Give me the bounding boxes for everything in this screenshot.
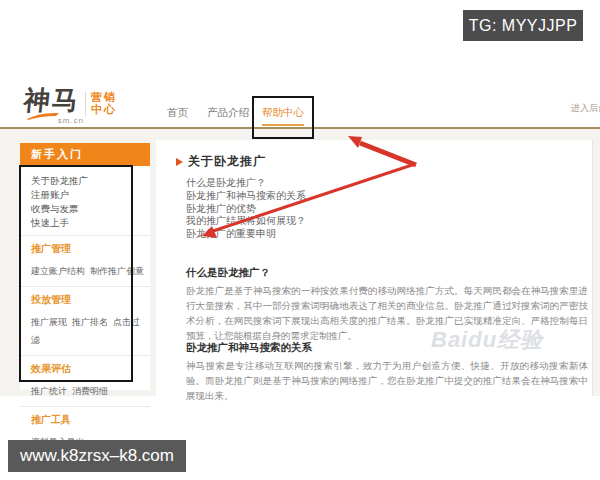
section-heading-relationship: 卧龙推广和神马搜索的关系	[186, 341, 312, 355]
help-link-important-statement[interactable]: 卧龙推广的重要申明	[186, 228, 306, 241]
url-watermark-badge: www.k8zrsx–k8.com	[8, 440, 186, 472]
marketing-center-line2: 中心	[91, 103, 117, 115]
triangle-bullet-icon	[176, 158, 183, 166]
shenma-logo[interactable]: 神马 sm.cn	[24, 87, 84, 125]
logo-swoosh-icon	[26, 111, 60, 121]
marketing-center-label: 营销 中心	[91, 91, 117, 115]
sidebar-section-title[interactable]: 推广工具	[31, 413, 150, 427]
main-title-row: 关于卧龙推广	[176, 153, 266, 170]
highlight-box-sidebar	[19, 165, 133, 382]
sidebar-sublink[interactable]: 消费明细	[72, 386, 108, 396]
help-topic-list: 什么是卧龙推广？ 卧龙推广和神马搜索的关系 卧龙推广的优势 我的推广结果将如何展…	[186, 177, 306, 241]
tg-watermark-badge: TG: MYYJJPP	[463, 10, 583, 41]
highlight-box-nav	[252, 96, 314, 139]
nav-item-home[interactable]: 首页	[167, 106, 188, 120]
baidu-jingyan-watermark: Baidu经验	[431, 325, 543, 355]
sidebar-sublink[interactable]: 推广统计	[31, 386, 67, 396]
marketing-center-line1: 营销	[91, 91, 117, 103]
page-title: 关于卧龙推广	[188, 153, 266, 170]
sidebar-header-getting-started[interactable]: 新手入门	[20, 143, 150, 166]
logo-separator	[85, 92, 86, 116]
logo-brand-text: 神马	[23, 87, 86, 113]
nav-item-products[interactable]: 产品介绍	[207, 106, 249, 120]
help-link-advantages[interactable]: 卧龙推广的优势	[186, 203, 306, 216]
login-link[interactable]: 进入后台	[571, 102, 600, 115]
help-link-what-is-wolong[interactable]: 什么是卧龙推广？	[186, 177, 306, 190]
section-heading-what-is-wolong: 什么是卧龙推广？	[186, 266, 270, 280]
main-content: 关于卧龙推广 什么是卧龙推广？ 卧龙推广和神马搜索的关系 卧龙推广的优势 我的推…	[156, 140, 593, 396]
help-link-relationship[interactable]: 卧龙推广和神马搜索的关系	[186, 190, 306, 203]
section-body-relationship: 神马搜索是专注移动互联网的搜索引擎，致力于为用户创造方便、快捷、开放的移动搜索新…	[186, 358, 588, 403]
help-link-how-results-show[interactable]: 我的推广结果将如何展现？	[186, 215, 306, 228]
page: TG: MYYJJPP 神马 sm.cn 营销 中心 首页 产品介绍 帮助中心 …	[0, 0, 600, 480]
